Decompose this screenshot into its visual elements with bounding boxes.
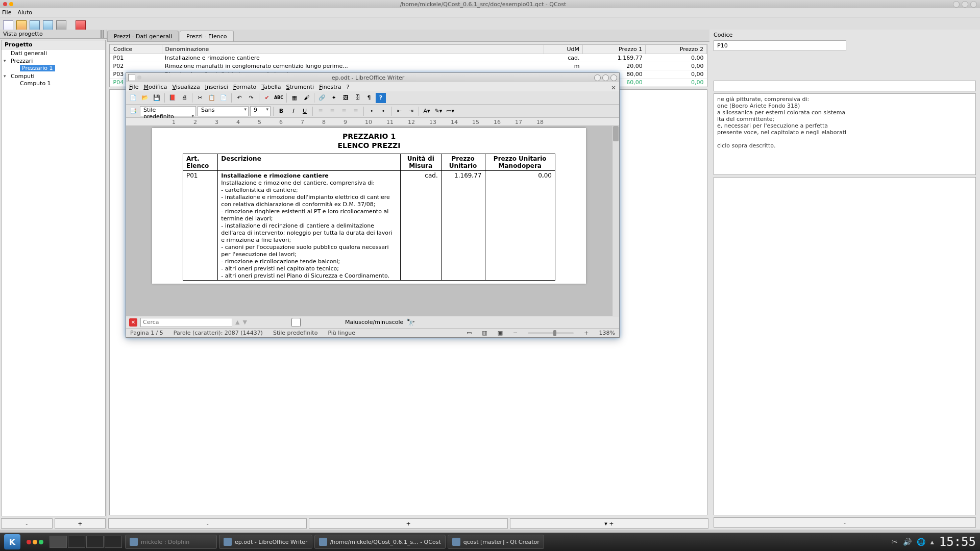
lo-underline-icon[interactable]: U (300, 106, 310, 116)
codice-input[interactable] (714, 40, 846, 51)
lo-cut-icon[interactable]: ✂ (195, 93, 205, 103)
desktop-pager[interactable] (50, 536, 122, 548)
view-book-icon[interactable]: ▣ (498, 330, 503, 336)
lo-align-center-icon[interactable]: ≡ (327, 106, 337, 116)
tab-elenco[interactable]: Prezzi - Elenco (180, 31, 234, 41)
col-codice[interactable]: Codice (110, 45, 162, 54)
lo-help-icon[interactable]: ? (376, 93, 386, 103)
project-tree[interactable]: Progetto Dati generali Prezzari Prezzari… (1, 40, 106, 516)
menu-help[interactable]: Aiuto (17, 9, 32, 16)
lo-table-icon[interactable]: ▦ (289, 93, 300, 103)
lo-pdf-icon[interactable]: 📕 (167, 93, 178, 103)
findbar-close-icon[interactable]: ✕ (129, 318, 137, 327)
tab-dati-generali[interactable]: Prezzi - Dati generali (107, 31, 179, 41)
lo-align-justify-icon[interactable]: ≡ (351, 106, 361, 116)
lo-close-button[interactable] (610, 74, 617, 81)
zoom-in-icon[interactable]: + (584, 330, 589, 336)
lo-font-combo[interactable]: Sans (198, 106, 249, 116)
lo-italic-icon[interactable]: I (288, 106, 298, 116)
new-icon[interactable] (3, 20, 13, 31)
clipboard-icon[interactable]: ✂ (892, 538, 898, 546)
close-panel-icon[interactable] (103, 30, 104, 38)
lo-indent-dec-icon[interactable]: ⇤ (394, 106, 404, 116)
save-as-icon[interactable] (43, 20, 53, 31)
tree-item-dati[interactable]: Dati generali (11, 50, 47, 57)
kickoff-menu-icon[interactable]: K (4, 534, 20, 549)
tree-item-prezzario1[interactable]: Prezzario 1 (20, 65, 55, 71)
grid-add-button[interactable]: + (309, 518, 507, 529)
shade-icon[interactable] (137, 76, 141, 80)
lo-list-num-icon[interactable]: ⦁ (366, 106, 377, 116)
lo-menu-visualizza[interactable]: Visualizza (172, 84, 200, 90)
lo-fontsize-combo[interactable]: 9 (250, 106, 271, 116)
tray-arrow-icon[interactable]: ▴ (930, 538, 934, 546)
lo-menu-strumenti[interactable]: Strumenti (286, 84, 314, 90)
lo-bgcolor-icon[interactable]: ▭▾ (445, 106, 455, 116)
taskbar-item[interactable]: mickele : Dolphin (125, 535, 217, 549)
lo-maximize-button[interactable] (602, 74, 609, 81)
col-denom[interactable]: Denominazione (162, 45, 544, 54)
minimize-button[interactable] (953, 1, 960, 8)
open-icon[interactable] (16, 20, 27, 31)
print-icon[interactable] (56, 20, 66, 31)
tree-item-prezzari[interactable]: Prezzari (11, 58, 33, 64)
lo-fontcolor-icon[interactable]: A▾ (422, 106, 432, 116)
col-udm[interactable]: UdM (544, 45, 583, 54)
lo-spellcheck-icon[interactable]: ✔ (262, 93, 272, 103)
network-icon[interactable]: 🌐 (917, 538, 925, 546)
lo-menu-file[interactable]: File (129, 84, 138, 90)
col-p2[interactable]: Prezzo 2 (646, 45, 707, 54)
lo-undo-icon[interactable]: ↶ (234, 93, 244, 103)
denom-input[interactable] (714, 81, 976, 91)
lo-hyperlink-icon[interactable]: 🔗 (317, 93, 327, 103)
tree-item-computo1[interactable]: Computo 1 (20, 80, 51, 87)
view-multi-icon[interactable]: ▥ (482, 330, 487, 336)
lo-bold-icon[interactable]: B (276, 106, 286, 116)
lo-style-combo[interactable]: Stile predefinito (140, 106, 196, 116)
tree-item-computi[interactable]: Computi (11, 73, 34, 80)
lo-ruler[interactable]: 123456789101112131415161718 (126, 118, 619, 126)
lo-menu-inserisci[interactable]: Inserisci (205, 84, 228, 90)
lo-menu-formato[interactable]: Formato (233, 84, 257, 90)
lo-datasource-icon[interactable]: 🗄 (352, 93, 362, 103)
find-next-icon[interactable]: ▼ (242, 319, 247, 325)
lo-minimize-button[interactable] (594, 74, 601, 81)
lo-gallery-icon[interactable]: 🖼 (340, 93, 351, 103)
table-row[interactable]: P02Rimozione manufatti in conglomerato c… (110, 62, 707, 70)
lo-menu-finestra[interactable]: Finestra (319, 84, 341, 90)
find-input[interactable] (140, 318, 232, 327)
maximize-icon[interactable] (9, 2, 13, 6)
lo-menu-modifica[interactable]: Modifica (143, 84, 167, 90)
taskbar-item[interactable]: ep.odt - LibreOffice Writer (219, 535, 312, 549)
zoom-out-icon[interactable]: − (513, 330, 518, 336)
restore-button[interactable] (962, 1, 968, 8)
grid-add-dropdown-button[interactable]: ▾ + (510, 518, 708, 529)
taskbar-item[interactable]: qcost [master] - Qt Creator (448, 535, 544, 549)
detail-remove-button[interactable]: - (714, 517, 976, 528)
tree-add-button[interactable]: + (55, 518, 106, 529)
lo-list-bul-icon[interactable]: • (378, 106, 388, 116)
exit-icon[interactable] (76, 20, 86, 31)
lo-print-icon[interactable]: 🖨 (179, 93, 189, 103)
tree-remove-button[interactable]: - (1, 518, 53, 529)
lo-align-right-icon[interactable]: ≡ (339, 106, 349, 116)
volume-icon[interactable]: 🔊 (903, 538, 912, 546)
zoom-slider[interactable] (528, 332, 574, 334)
lo-highlight-icon[interactable]: ✎▾ (433, 106, 444, 116)
view-single-icon[interactable]: ▭ (467, 330, 472, 336)
lo-redo-icon[interactable]: ↷ (246, 93, 256, 103)
lo-navigator-icon[interactable]: ✦ (329, 93, 339, 103)
detach-icon[interactable] (101, 30, 102, 38)
lo-scrollbar[interactable] (612, 126, 619, 316)
grid-remove-button[interactable]: - (108, 518, 307, 529)
menu-file[interactable]: File (2, 9, 11, 16)
clock[interactable]: 15:55 (939, 535, 976, 549)
close-icon[interactable] (3, 2, 7, 6)
activity-dots[interactable] (27, 540, 43, 544)
save-icon[interactable] (30, 20, 40, 31)
lo-open-icon[interactable]: 📂 (140, 93, 150, 103)
lo-autospell-icon[interactable]: ABC (274, 93, 284, 103)
lo-menu-?[interactable]: ? (347, 84, 350, 90)
table-row[interactable]: P01Installazione e rimozione cantierecad… (110, 54, 707, 62)
descrizione-text[interactable]: ne già pitturate, comprensiva di: one (B… (714, 93, 976, 175)
